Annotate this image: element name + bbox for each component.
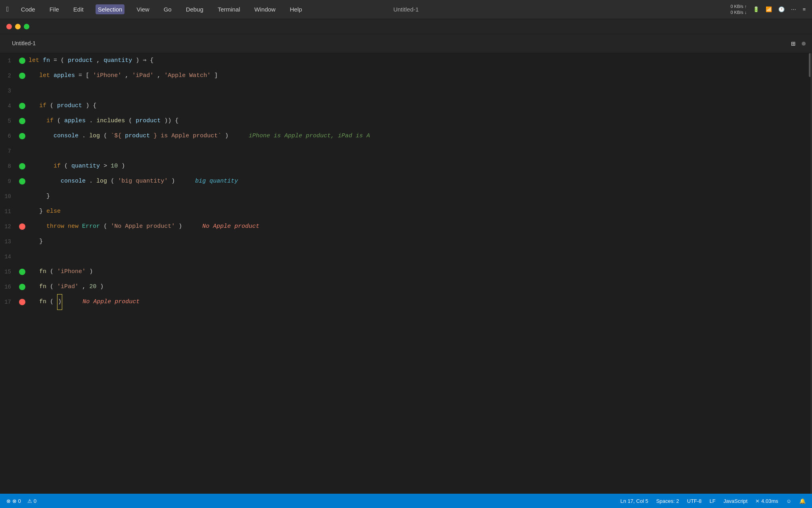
breakpoint-4[interactable] <box>19 103 25 109</box>
line-ending[interactable]: LF <box>710 498 716 504</box>
code-line-3: 3 <box>3 83 806 98</box>
code-content-12: throw new Error ( 'No Apple product' ) N… <box>29 219 806 234</box>
kw-let-1: let <box>29 57 39 64</box>
menu-items: Code File Edit Selection View Go Debug T… <box>19 4 304 14</box>
code-line-13: 13 } <box>3 234 806 249</box>
code-content-4: if ( product ) { <box>29 98 806 114</box>
line-number-16: 16 <box>3 284 19 290</box>
editor-container: 1 let fn = ( product , quantity ) ⇒ { 2 … <box>0 53 812 494</box>
menu-extra-icon: ⋯ <box>791 6 796 12</box>
ln-col[interactable]: Ln 17, Col 5 <box>620 498 648 504</box>
menu-selection[interactable]: Selection <box>96 4 125 14</box>
code-editor[interactable]: 1 let fn = ( product , quantity ) ⇒ { 2 … <box>0 53 806 494</box>
line-number-3: 3 <box>3 88 19 94</box>
line-number-17: 17 <box>3 299 19 305</box>
status-right: Ln 17, Col 5 Spaces: 2 UTF-8 LF JavaScri… <box>620 498 806 504</box>
menu-go[interactable]: Go <box>161 4 174 14</box>
breakpoint-16[interactable] <box>19 284 25 290</box>
window-title: Untitled-1 <box>393 6 419 13</box>
top-right-controls: 0 KB/s ↑ 0 KB/s ↓ 🔋 📶 🕐 ⋯ ≡ <box>730 4 806 15</box>
breakpoint-14 <box>19 254 25 260</box>
smiley-icon: ☺ <box>786 498 791 504</box>
menu-bar:  Code File Edit Selection View Go Debug… <box>0 0 812 19</box>
code-line-8: 8 if ( quantity > 10 ) <box>3 159 806 174</box>
warning-icon: ⚠ <box>27 498 32 504</box>
breakpoint-10 <box>19 193 25 200</box>
breakpoint-6[interactable] <box>19 133 25 139</box>
breakpoint-8[interactable] <box>19 163 25 169</box>
status-bar: ⊗ ⊗ 0 ⚠ 0 Ln 17, Col 5 Spaces: 2 UTF-8 L… <box>0 494 812 508</box>
error-count[interactable]: ⊗ ⊗ 0 <box>6 498 21 504</box>
split-editor-icon[interactable]: ⊞ <box>791 39 795 48</box>
code-content-15: fn ( 'iPhone' ) <box>29 264 806 279</box>
menu-file[interactable]: File <box>47 4 61 14</box>
inline-result-9: big quantity <box>188 178 238 185</box>
breakpoint-15[interactable] <box>19 269 25 275</box>
network-down: 0 KB/s ↓ <box>730 10 747 15</box>
spaces[interactable]: Spaces: 2 <box>656 498 679 504</box>
apple-logo-icon:  <box>6 6 11 13</box>
breakpoint-2[interactable] <box>19 73 25 79</box>
network-up: 0 KB/s ↑ <box>730 4 747 9</box>
code-content-16: fn ( 'iPad' , 20 ) <box>29 279 806 294</box>
code-line-7: 7 <box>3 144 806 159</box>
minimap-scrollbar <box>810 53 812 494</box>
line-number-15: 15 <box>3 269 19 275</box>
tab-untitled[interactable]: Untitled-1 <box>6 38 41 50</box>
tab-label: Untitled-1 <box>12 40 36 46</box>
code-line-12: 12 throw new Error ( 'No Apple product' … <box>3 219 806 234</box>
code-line-17: 17 fn ( ) No Apple product <box>3 294 806 310</box>
menu-help[interactable]: Help <box>287 4 304 14</box>
line-number-8: 8 <box>3 163 19 169</box>
language[interactable]: JavaScript <box>724 498 748 504</box>
breakpoint-7 <box>19 148 25 154</box>
line-number-7: 7 <box>3 148 19 154</box>
code-content-13: } <box>29 234 806 249</box>
code-line-5: 5 if ( apples . includes ( product )) { <box>3 114 806 129</box>
code-content-6: console . log ( `${ product } is Apple p… <box>29 129 806 144</box>
code-line-10: 10 } <box>3 189 806 204</box>
traffic-lights <box>6 24 29 29</box>
timing: ⨯ 4.03ms <box>755 498 778 504</box>
minimize-button[interactable] <box>15 24 21 29</box>
code-content-8: if ( quantity > 10 ) <box>29 159 806 174</box>
warning-count[interactable]: ⚠ 0 <box>27 498 36 504</box>
close-button[interactable] <box>6 24 12 29</box>
code-line-15: 15 fn ( 'iPhone' ) <box>3 264 806 279</box>
network-info: 0 KB/s ↑ 0 KB/s ↓ <box>730 4 747 15</box>
status-left: ⊗ ⊗ 0 ⚠ 0 <box>6 498 36 504</box>
wifi-icon: 📶 <box>766 6 772 12</box>
line-number-6: 6 <box>3 133 19 139</box>
maximize-button[interactable] <box>24 24 29 29</box>
scrollbar[interactable] <box>806 53 812 494</box>
menu-edit[interactable]: Edit <box>71 4 86 14</box>
encoding[interactable]: UTF-8 <box>687 498 702 504</box>
breakpoint-11 <box>19 208 25 215</box>
breakpoint-17[interactable] <box>19 299 25 305</box>
line-number-11: 11 <box>3 208 19 215</box>
tab-right-controls: ⊞ <box>791 39 806 48</box>
code-line-2: 2 let apples = [ 'iPhone' , 'iPad' , 'Ap… <box>3 68 806 83</box>
breakpoint-12[interactable] <box>19 223 25 230</box>
breakpoint-13 <box>19 239 25 245</box>
code-line-1: 1 let fn = ( product , quantity ) ⇒ { <box>3 53 806 68</box>
breakpoint-9[interactable] <box>19 178 25 185</box>
menu-view[interactable]: View <box>134 4 151 14</box>
text-cursor: ) <box>57 294 62 310</box>
code-content-11: } else <box>29 204 806 219</box>
menu-code[interactable]: Code <box>19 4 38 14</box>
unsaved-indicator <box>802 42 806 46</box>
menu-debug[interactable]: Debug <box>184 4 206 14</box>
breakpoint-5[interactable] <box>19 118 25 124</box>
code-line-9: 9 console . log ( 'big quantity' ) big q… <box>3 174 806 189</box>
clock-icon: 🕐 <box>778 6 785 12</box>
breakpoint-1[interactable] <box>19 58 25 64</box>
menu-terminal[interactable]: Terminal <box>215 4 243 14</box>
error-icon: ⊗ <box>6 498 11 504</box>
code-line-11: 11 } else <box>3 204 806 219</box>
menu-window[interactable]: Window <box>252 4 278 14</box>
code-content-17: fn ( ) No Apple product <box>29 294 806 310</box>
line-number-13: 13 <box>3 239 19 245</box>
line-number-9: 9 <box>3 178 19 185</box>
notification-icon: 🔔 <box>799 498 806 504</box>
